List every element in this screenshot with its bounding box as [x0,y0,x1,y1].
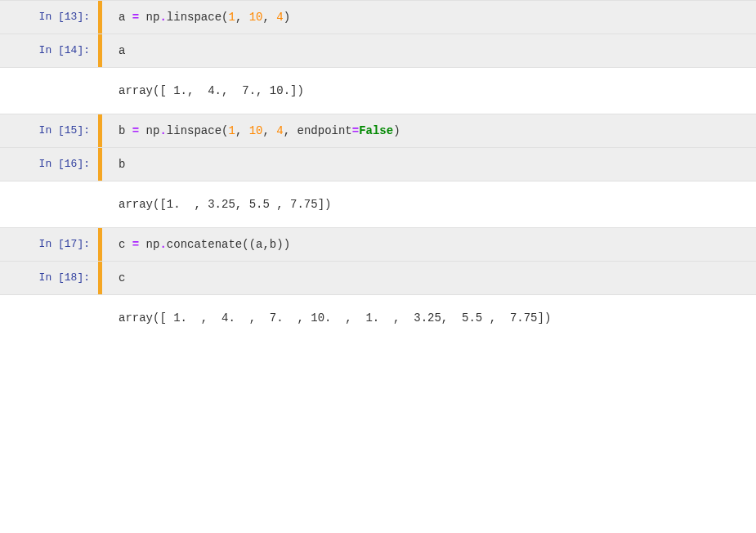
code-token: = [132,238,139,251]
code-token: = [352,124,359,137]
input-cell: In [15]:b = np.linspace(1, 10, 4, endpoi… [0,114,756,147]
code-token: c [119,271,125,284]
cell-prompt [0,181,98,227]
code-token: 1 [228,124,235,137]
code-content[interactable]: a [102,34,756,67]
code-token: = [132,124,139,137]
code-token: False [359,124,393,137]
input-cell: In [17]:c = np.concatenate((a,b)) [0,227,756,261]
code-token: . [159,11,166,24]
code-token: , [263,11,277,24]
input-cell: In [14]:a [0,34,756,67]
code-token: = [132,11,139,24]
code-token: linspace( [167,11,229,24]
cell-prompt: In [16]: [0,148,98,181]
code-content[interactable]: c [102,262,756,294]
code-token: 10 [249,124,263,137]
code-token: ) [284,11,290,24]
output-content: array([1. , 3.25, 5.5 , 7.75]) [102,181,756,227]
code-token: ) [393,124,400,137]
output-cell: array([ 1., 4., 7., 10.]) [0,67,756,114]
code-token: b [119,158,125,171]
notebook-container: In [13]:a = np.linspace(1, 10, 4)In [14]… [0,0,756,341]
code-token: linspace( [167,124,229,137]
cell-prompt [0,295,98,341]
code-token: , endpoint [284,124,352,137]
cell-prompt: In [15]: [0,114,98,147]
code-token: np [139,11,159,24]
code-token: 1 [228,11,235,24]
code-token: 10 [249,11,263,24]
cell-prompt: In [14]: [0,34,98,67]
output-content: array([ 1. , 4. , 7. , 10. , 1. , 3.25, … [102,295,756,341]
output-cell: array([1. , 3.25, 5.5 , 7.75]) [0,181,756,227]
code-content[interactable]: c = np.concatenate((a,b)) [102,228,756,261]
code-content[interactable]: a = np.linspace(1, 10, 4) [102,1,756,34]
cells-root: In [13]:a = np.linspace(1, 10, 4)In [14]… [0,0,756,341]
code-token: . [159,238,166,251]
input-cell: In [18]:c [0,261,756,294]
cell-prompt [0,68,98,114]
code-token: , [235,11,249,24]
code-token: np [139,124,159,137]
code-token: concatenate((a,b)) [167,238,290,251]
cell-prompt: In [17]: [0,228,98,261]
output-content: array([ 1., 4., 7., 10.]) [102,68,756,114]
code-token: a [119,11,132,24]
code-token: b [119,124,132,137]
code-content[interactable]: b = np.linspace(1, 10, 4, endpoint=False… [102,114,756,147]
code-token: c [119,238,132,251]
code-token: . [159,124,166,137]
code-token: a [119,44,125,57]
code-token: np [139,238,159,251]
cell-prompt: In [18]: [0,262,98,294]
code-content[interactable]: b [102,148,756,181]
input-cell: In [13]:a = np.linspace(1, 10, 4) [0,0,756,34]
code-token: 4 [276,11,283,24]
cell-prompt: In [13]: [0,1,98,34]
code-token: , [263,124,277,137]
code-token: , [235,124,249,137]
output-cell: array([ 1. , 4. , 7. , 10. , 1. , 3.25, … [0,294,756,341]
code-token: 4 [276,124,283,137]
input-cell: In [16]:b [0,147,756,181]
